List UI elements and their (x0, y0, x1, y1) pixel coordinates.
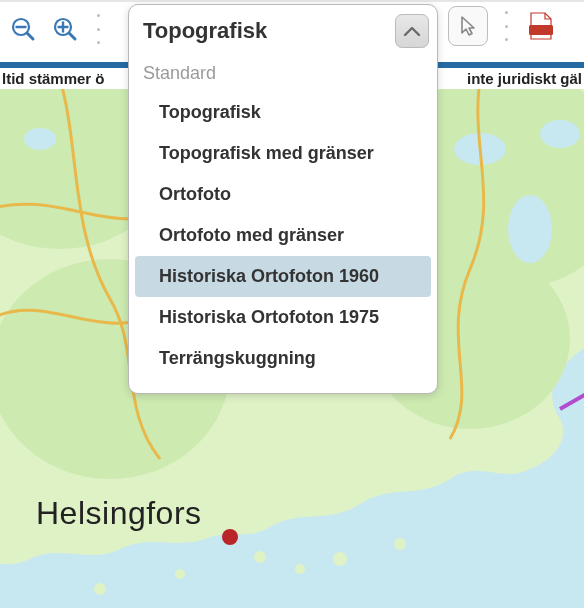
svg-point-17 (24, 128, 56, 150)
layer-option[interactable]: Ortofoto (135, 174, 431, 215)
pointer-tool-button[interactable] (448, 6, 488, 46)
cursor-icon (457, 15, 479, 37)
layer-option[interactable]: Terrängskuggning (135, 338, 431, 379)
svg-point-16 (540, 120, 580, 148)
city-label: Helsingfors (36, 495, 202, 532)
banner-text-left: ltid stämmer ö (2, 70, 132, 87)
dropdown-current-label: Topografisk (143, 18, 267, 44)
pdf-icon (527, 11, 555, 41)
zoom-out-icon (10, 16, 36, 42)
dropdown-group-label: Standard (129, 57, 437, 92)
dropdown-collapse-button[interactable] (395, 14, 429, 48)
zoom-in-button[interactable] (48, 12, 82, 46)
svg-line-4 (69, 33, 75, 39)
toolbar-separator (96, 14, 100, 44)
layer-dropdown: Topografisk Standard Topografisk Topogra… (128, 4, 438, 394)
layer-option[interactable]: Topografisk (135, 92, 431, 133)
zoom-in-icon (52, 16, 78, 42)
svg-point-18 (254, 551, 266, 563)
dropdown-list: Topografisk Topografisk med gränser Orto… (129, 92, 437, 379)
toolbar-separator-2 (504, 11, 508, 41)
layer-option[interactable]: Historiska Ortofoton 1975 (135, 297, 431, 338)
export-pdf-button[interactable] (524, 9, 558, 43)
svg-point-20 (333, 552, 347, 566)
layer-option-selected[interactable]: Historiska Ortofoton 1960 (135, 256, 431, 297)
svg-point-23 (94, 583, 106, 595)
dropdown-header[interactable]: Topografisk (129, 5, 437, 57)
city-marker (222, 529, 238, 545)
svg-rect-7 (529, 25, 553, 35)
layer-option[interactable]: Topografisk med gränser (135, 133, 431, 174)
chevron-up-icon (403, 25, 421, 37)
svg-line-1 (27, 33, 33, 39)
svg-point-22 (175, 569, 185, 579)
zoom-out-button[interactable] (6, 12, 40, 46)
right-tools (448, 6, 558, 46)
layer-option[interactable]: Ortofoto med gränser (135, 215, 431, 256)
svg-point-15 (508, 195, 552, 263)
svg-point-21 (394, 538, 406, 550)
svg-point-19 (295, 564, 305, 574)
